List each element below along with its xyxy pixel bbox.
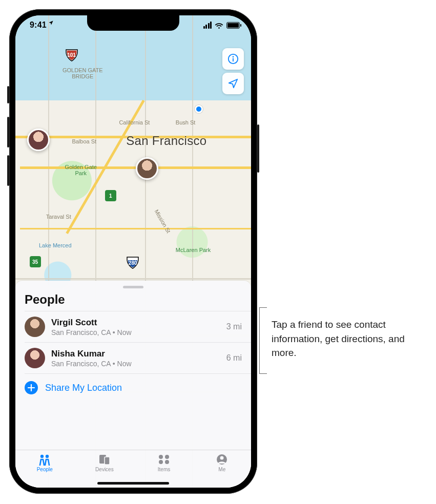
highway-shield: 35 <box>30 256 41 267</box>
current-location-dot[interactable] <box>195 105 203 113</box>
avatar <box>25 348 45 368</box>
svg-point-8 <box>165 455 169 459</box>
svg-rect-2 <box>233 58 234 61</box>
location-arrow-icon <box>48 20 54 27</box>
map-label: Bush St <box>176 119 196 125</box>
map-label: Lake Merced <box>39 242 72 248</box>
highway-shield: 1 <box>105 190 116 201</box>
side-button <box>7 86 9 103</box>
callout-bracket <box>259 307 268 374</box>
highway-shield: 280 <box>126 256 139 269</box>
side-button <box>7 117 9 148</box>
map-label: California St <box>119 119 150 125</box>
svg-point-12 <box>220 456 224 460</box>
share-location-button[interactable]: Share My Location <box>15 374 251 400</box>
battery-icon <box>226 22 240 29</box>
person-distance: 3 mi <box>226 322 242 331</box>
share-location-label: Share My Location <box>45 383 122 393</box>
sheet-grabber[interactable] <box>123 286 143 288</box>
person-map-pin[interactable] <box>136 157 158 180</box>
people-icon <box>37 453 52 466</box>
svg-point-1 <box>233 56 234 58</box>
tab-label: People <box>37 467 53 472</box>
highway-shield: 101 <box>65 49 78 62</box>
svg-point-7 <box>159 455 163 459</box>
map-info-button[interactable] <box>222 48 244 70</box>
svg-point-9 <box>159 460 163 464</box>
person-subtitle: San Francisco, CA • Now <box>51 328 220 337</box>
phone-frame: 9:41 San Francisco GOLDEN GATEBRIDGE Gol… <box>9 9 257 494</box>
map-label: Mission St <box>154 208 172 234</box>
tab-people[interactable]: People <box>37 453 53 472</box>
person-row[interactable]: Virgil Scott San Francisco, CA • Now 3 m… <box>25 311 251 342</box>
callout-text: Tap a friend to see contact information,… <box>272 318 425 360</box>
map-label: GOLDEN GATEBRIDGE <box>63 67 103 79</box>
items-icon <box>156 453 172 466</box>
devices-icon <box>97 453 112 466</box>
notch <box>87 15 179 31</box>
map-label: Taraval St <box>46 214 71 220</box>
people-sheet[interactable]: People Virgil Scott San Francisco, CA • … <box>15 281 251 450</box>
people-list: Virgil Scott San Francisco, CA • Now 3 m… <box>15 311 251 374</box>
sheet-title: People <box>15 292 251 311</box>
tab-me[interactable]: Me <box>214 453 230 472</box>
map-locate-button[interactable] <box>222 73 244 94</box>
screen: 9:41 San Francisco GOLDEN GATEBRIDGE Gol… <box>15 15 251 488</box>
tab-label: Items <box>158 467 170 472</box>
me-icon <box>214 453 230 466</box>
map-label: Golden GatePark <box>65 164 97 176</box>
wifi-icon <box>215 22 223 29</box>
plus-icon <box>25 381 38 394</box>
tab-items[interactable]: Items <box>156 453 172 472</box>
home-indicator[interactable] <box>97 482 169 485</box>
map-city-label: San Francisco <box>126 134 206 148</box>
tab-label: Devices <box>95 467 114 472</box>
cellular-icon <box>203 22 212 29</box>
map-label: McLaren Park <box>176 247 211 253</box>
person-name: Nisha Kumar <box>51 349 220 359</box>
svg-point-10 <box>165 460 169 464</box>
avatar <box>25 317 45 337</box>
person-name: Virgil Scott <box>51 318 220 328</box>
map-label: Balboa St <box>72 138 96 144</box>
person-row[interactable]: Nisha Kumar San Francisco, CA • Now 6 mi <box>25 342 251 374</box>
side-button <box>7 155 9 186</box>
svg-point-4 <box>46 455 49 458</box>
status-time: 9:41 <box>30 20 47 30</box>
side-button <box>257 124 259 173</box>
person-subtitle: San Francisco, CA • Now <box>51 360 220 368</box>
status-right <box>203 22 240 29</box>
tab-label: Me <box>218 467 225 472</box>
svg-point-3 <box>40 455 44 458</box>
person-distance: 6 mi <box>226 353 242 363</box>
tab-devices[interactable]: Devices <box>95 453 114 472</box>
person-map-pin[interactable] <box>27 129 50 151</box>
svg-rect-6 <box>105 457 110 465</box>
